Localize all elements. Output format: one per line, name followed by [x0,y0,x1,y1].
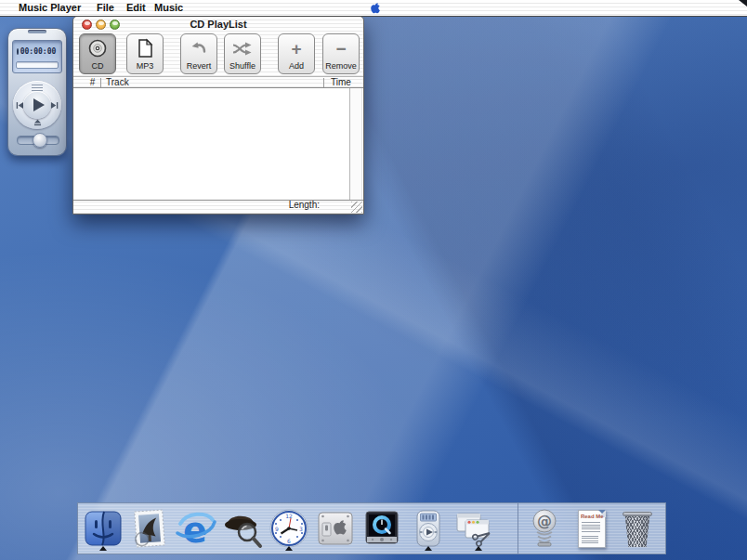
desktop-screen: Music Player File Edit Music 00:00:00 [0,0,747,560]
remove-button-label: Remove [323,61,359,71]
shuffle-arrows-icon [225,37,260,59]
dock-sherlock-icon[interactable] [222,508,263,549]
dock-quicktime-icon[interactable] [361,508,402,549]
svg-text:e: e [183,510,207,549]
dock-mail-stamp-icon[interactable] [129,508,170,549]
dock-internet-explorer-icon[interactable]: e [176,508,216,549]
dock-at-spring-icon[interactable]: @ [524,508,565,549]
readme-title-text: Read Me [581,514,603,519]
apple-logo-icon[interactable] [369,1,382,15]
column-header-time[interactable]: Time [331,77,351,88]
running-indicator-music-player [425,546,432,551]
column-header-number[interactable]: # [85,77,100,88]
add-button-label: Add [279,61,314,71]
eject-button[interactable] [33,119,42,126]
dock-clock-icon[interactable]: 12 3 6 9 [269,508,309,549]
shuffle-button[interactable]: Shuffle [224,33,261,74]
mp3-button[interactable]: MP3 [126,33,164,74]
revert-button-label: Revert [181,61,216,71]
running-indicator-finder [99,546,107,551]
volume-slider[interactable] [17,136,59,145]
dock-music-player-icon[interactable] [408,508,449,549]
lcd-clock-icon [17,48,19,55]
trash-rim [622,512,652,516]
revert-button[interactable]: Revert [180,33,217,74]
next-track-button[interactable] [50,101,59,110]
svg-text:3: 3 [299,526,303,532]
shuffle-button-label: Shuffle [225,61,260,71]
menu-file[interactable]: File [93,0,118,16]
play-icon [33,98,45,111]
playlist-header-row: # Track Time [73,76,363,88]
time-display: 00:00:00 [20,47,57,56]
running-indicator-clock [285,546,293,551]
resize-grip[interactable] [351,202,362,213]
cd-button-label: CD [80,61,115,71]
vertical-scrollbar[interactable] [349,88,362,200]
svg-text:@: @ [537,513,552,530]
remove-button[interactable]: − Remove [322,33,360,74]
running-indicator-grab [475,546,482,551]
dock-finder-icon[interactable] [83,508,124,549]
revert-arrow-icon [181,37,216,59]
column-separator[interactable] [100,78,101,87]
length-status-label: Length: [289,200,320,210]
dock-trash-icon[interactable] [617,508,658,549]
mp3-document-icon [127,37,163,59]
cd-icon [80,37,115,59]
svg-text:12: 12 [285,513,293,519]
cd-playlist-window: CD PlayList CD [72,16,364,215]
mp3-button-label: MP3 [127,61,163,71]
svg-text:9: 9 [275,526,279,532]
menubar: Music Player File Edit Music [0,0,747,17]
menu-edit: Edit [123,0,150,16]
dock-separator [518,503,518,553]
readme-text-lines [582,536,598,543]
window-toolbar: CD MP3 Revert [73,32,363,76]
menu-lines-icon[interactable] [32,85,43,91]
volume-knob[interactable] [33,133,47,148]
dock-grab-icon[interactable] [454,508,495,549]
lcd-display: 00:00:00 [12,40,62,73]
window-statusbar: Length: [73,198,363,214]
dock: e 12 3 6 9 [77,502,666,554]
column-separator[interactable] [323,78,324,87]
playlist-track-list[interactable] [73,88,363,201]
play-button[interactable] [23,91,51,119]
minimize-button[interactable] [96,20,106,30]
dock-readme-document-icon[interactable]: Read Me [570,508,611,549]
readme-text-lines [582,522,600,533]
cd-button[interactable]: CD [79,33,116,74]
menubar-corner-artifact [739,0,747,7]
track-progress-bar[interactable] [16,61,59,69]
menu-music[interactable]: Music [151,0,187,16]
plus-icon: + [279,37,314,59]
close-button[interactable] [82,20,92,30]
remote-top-slot [28,30,46,33]
trash-basket [623,514,651,547]
menu-app-title[interactable]: Music Player [15,0,85,16]
add-button[interactable]: + Add [278,33,315,74]
control-wheel[interactable] [13,81,61,129]
minus-icon: − [323,37,359,59]
readme-page: Read Me [578,510,606,548]
svg-text:6: 6 [287,538,291,544]
dock-system-preferences-icon[interactable] [315,508,356,549]
music-player-remote: 00:00:00 [7,28,67,156]
zoom-button[interactable] [110,20,120,30]
column-header-track[interactable]: Track [106,77,129,88]
window-titlebar[interactable]: CD PlayList [73,17,363,32]
